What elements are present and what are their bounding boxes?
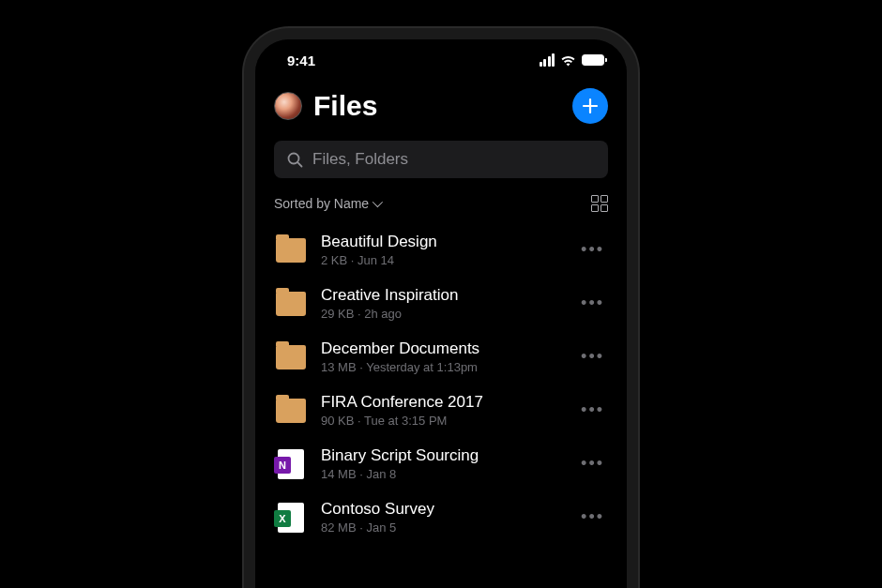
phone-frame: 9:41 Files [244,28,638,588]
folder-icon [274,340,308,374]
status-time: 9:41 [278,53,315,68]
file-meta: 29 KB · 2h ago [321,307,564,321]
onenote-icon: N [274,447,308,481]
cellular-signal-icon [540,53,555,67]
sort-button[interactable]: Sorted by Name [274,196,380,211]
add-button[interactable] [572,88,608,124]
folder-icon [274,394,308,428]
status-indicators [540,53,605,67]
file-list: Beautiful Design 2 KB · Jun 14 ••• Creat… [255,223,627,588]
search-icon [287,152,303,168]
file-name: Contoso Survey [321,500,564,519]
search-placeholder: Files, Folders [312,150,408,169]
file-name: Beautiful Design [321,233,564,251]
more-button[interactable]: ••• [577,343,608,370]
search-input[interactable]: Files, Folders [274,141,608,178]
file-meta: 82 MB · Jan 5 [321,520,564,535]
excel-icon: X [274,501,308,535]
list-item[interactable]: FIRA Conference 2017 90 KB · Tue at 3:15… [255,384,627,437]
avatar[interactable] [274,92,302,120]
sort-row: Sorted by Name [255,191,627,223]
chevron-down-icon [373,197,383,207]
list-item[interactable]: N Binary Script Sourcing 14 MB · Jan 8 •… [255,437,627,490]
folder-icon [274,287,308,321]
more-button[interactable]: ••• [577,236,608,264]
file-name: Creative Inspiration [321,286,564,305]
more-button[interactable]: ••• [577,290,608,317]
phone-notch [357,39,525,66]
page-title: Files [313,90,377,122]
list-item[interactable]: Beautiful Design 2 KB · Jun 14 ••• [255,223,627,277]
list-item[interactable]: Creative Inspiration 29 KB · 2h ago ••• [255,277,627,330]
more-button[interactable]: ••• [577,397,608,424]
sort-label-text: Sorted by Name [274,196,369,211]
more-button[interactable]: ••• [577,450,608,477]
file-meta: 90 KB · Tue at 3:15 PM [321,414,564,428]
file-meta: 14 MB · Jan 8 [321,467,564,481]
file-meta: 13 MB · Yesterday at 1:13pm [321,360,564,374]
list-item[interactable]: December Documents 13 MB · Yesterday at … [255,330,627,384]
file-name: FIRA Conference 2017 [321,393,564,412]
battery-icon [582,54,604,66]
header: Files [255,81,627,135]
file-name: December Documents [321,339,564,358]
list-item[interactable]: X Contoso Survey 82 MB · Jan 5 ••• [255,490,627,544]
folder-icon [274,234,308,267]
svg-line-1 [297,162,301,166]
plus-icon [581,97,600,115]
wifi-icon [560,54,576,67]
screen: 9:41 Files [255,39,627,588]
file-meta: 2 KB · Jun 14 [321,253,564,267]
more-button[interactable]: ••• [577,504,608,531]
file-name: Binary Script Sourcing [321,446,564,465]
grid-view-button[interactable] [591,195,608,212]
